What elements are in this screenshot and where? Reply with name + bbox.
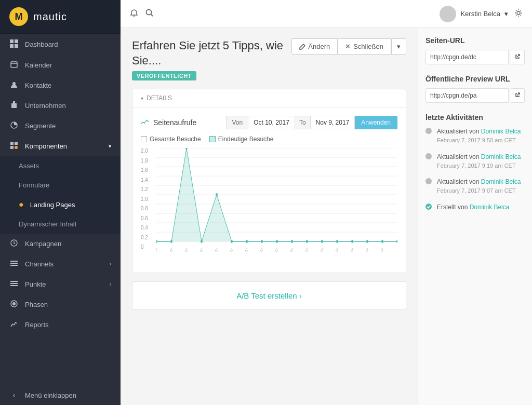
sidebar-subitem-label: Dynamischer Inhalt (19, 220, 76, 228)
activity-content-4: Erstellt von Dominik Belca (437, 203, 509, 212)
sidebar-item-label: Reports (25, 321, 49, 329)
channels-arrow-icon: › (110, 261, 111, 267)
url-field: http://cpgn.de/dc (425, 50, 525, 64)
svg-text:Oct 16, 17: Oct 16, 17 (193, 247, 204, 252)
sidebar-item-kalender[interactable]: Kalender (0, 55, 121, 75)
svg-point-59 (381, 240, 383, 243)
sidebar-item-segmente[interactable]: Segmente (0, 116, 121, 136)
details-header[interactable]: ▾ DETAILS (132, 89, 406, 107)
avatar (440, 6, 456, 22)
details-body: Seitenaufrufe Von Oct 10, 2017 To Nov 9,… (132, 107, 406, 273)
sidebar-item-punkte[interactable]: Punkte › (0, 274, 121, 294)
svg-point-28 (147, 9, 152, 15)
search-icon[interactable] (145, 9, 154, 19)
legend-total: Gesamte Besuche (141, 136, 201, 143)
activity-user-link[interactable]: Dominik Belca (481, 153, 521, 160)
list-item: Aktualisiert von Dominik Belca February … (425, 177, 525, 195)
list-item: Aktualisiert von Dominik Belca February … (425, 152, 525, 170)
preview-url-input: http://cpgn.de/pa (425, 88, 509, 103)
kampagnen-icon (9, 239, 19, 248)
legend-unique-box (209, 136, 216, 142)
topbar-right: Kerstin Belca ▾ (440, 6, 523, 22)
svg-point-53 (291, 240, 293, 243)
sidebar-item-label: Channels (25, 260, 54, 268)
svg-point-46 (185, 148, 188, 150)
svg-point-54 (306, 240, 308, 243)
expand-arrow-icon: ▾ (109, 143, 111, 149)
sidebar-item-reports[interactable]: Reports (0, 315, 121, 335)
sidebar-subitem-landing-pages[interactable]: ● Landing Pages (0, 195, 121, 214)
activity-list: Aktualisiert von Dominik Belca February … (425, 127, 525, 212)
svg-rect-14 (10, 142, 14, 145)
user-menu[interactable]: Kerstin Belca ▾ (440, 6, 508, 22)
svg-text:Nov 3, 17: Nov 3, 17 (329, 247, 339, 252)
close-button[interactable]: ✕ Schließen (338, 38, 391, 55)
activity-section: letzte Aktivitäten Aktualisiert von Domi… (425, 113, 525, 212)
preview-url-title: Öffentliche Preview URL (425, 75, 525, 83)
ab-test-bar: A/B Test erstellen › (132, 281, 406, 310)
svg-rect-12 (13, 101, 15, 103)
topbar: Kerstin Belca ▾ (121, 0, 532, 28)
svg-point-44 (156, 240, 157, 243)
chart-wrapper: 2.0 1.8 1.6 1.4 1.2 1.0 0.8 0.6 0.4 0.2 (141, 148, 397, 262)
svg-rect-3 (15, 39, 18, 43)
sidebar-nav: Dashboard Kalender Kontakte Unternehmen (0, 34, 121, 335)
apply-button[interactable]: Anwenden (355, 116, 397, 129)
svg-point-60 (396, 240, 397, 243)
chart-header: Seitenaufrufe Von Oct 10, 2017 To Nov 9,… (141, 116, 397, 129)
sidebar-item-phasen[interactable]: Phasen (0, 294, 121, 315)
sidebar-item-label: Unternehmen (25, 102, 66, 110)
sidebar-item-dashboard[interactable]: Dashboard (0, 34, 121, 55)
activity-user-link[interactable]: Dominik Belca (481, 128, 521, 135)
action-dropdown-button[interactable]: ▾ (391, 38, 406, 55)
sidebar-item-label: Kalender (25, 61, 52, 69)
svg-text:Nov 9, 17: Nov 9, 17 (374, 247, 384, 252)
gear-icon[interactable] (514, 9, 523, 19)
sidebar-item-kampagnen[interactable]: Kampagnen (0, 234, 121, 254)
activity-user-link[interactable]: Dominik Belca (470, 204, 510, 211)
svg-point-49 (231, 240, 233, 243)
svg-rect-24 (10, 285, 18, 286)
svg-text:Oct 20, 17: Oct 20, 17 (223, 247, 234, 252)
sidebar-item-kontakte[interactable]: Kontakte (0, 75, 121, 96)
date-to-label: To (295, 116, 311, 129)
sidebar-subitem-dynamischer-inhalt[interactable]: Dynamischer Inhalt (0, 214, 121, 234)
user-dropdown-icon: ▾ (504, 10, 508, 18)
svg-text:Oct 14, 17: Oct 14, 17 (178, 247, 189, 252)
sidebar-item-unternehmen[interactable]: Unternehmen (0, 96, 121, 116)
legend-total-box (141, 136, 147, 142)
sidebar-item-label: Kampagnen (25, 240, 61, 248)
chart-title: Seitenaufrufe (141, 118, 196, 127)
preview-url-open-button[interactable] (511, 88, 525, 103)
page-title: Erfahren Sie jetzt 5 Tipps, wie Sie.... (132, 38, 283, 68)
activity-time-2: February 7, 2017 9:19 am CET (437, 161, 521, 170)
content-area: Erfahren Sie jetzt 5 Tipps, wie Sie.... … (121, 28, 532, 405)
sidebar-item-label: Punkte (25, 280, 46, 288)
sidebar-item-komponenten[interactable]: Komponenten ▾ (0, 136, 121, 156)
sidebar-collapse[interactable]: ‹ Menü einklappen (0, 385, 121, 405)
phasen-icon (9, 300, 19, 309)
svg-text:Oct 18, 17: Oct 18, 17 (208, 247, 219, 252)
sidebar-item-channels[interactable]: Channels › (0, 254, 121, 274)
url-open-button[interactable] (511, 50, 525, 64)
chart-svg: Oct 10, 17 Oct 12, 17 Oct 14, 17 Oct 16,… (156, 148, 397, 252)
activity-user-link[interactable]: Dominik Belca (481, 178, 521, 185)
notification-icon[interactable] (130, 9, 138, 19)
chart-area: 2.0 1.8 1.6 1.4 1.2 1.0 0.8 0.6 0.4 0.2 (156, 148, 397, 262)
svg-rect-5 (15, 44, 18, 48)
activity-section-title: letzte Aktivitäten (425, 113, 525, 122)
details-label: DETAILS (147, 95, 172, 102)
sidebar-subitem-assets[interactable]: Assets (0, 156, 121, 176)
sidebar-subitem-formulare[interactable]: Formulare (0, 176, 121, 195)
details-arrow-icon: ▾ (141, 96, 143, 101)
status-badge: VERÖFFENTLICHT (132, 71, 196, 80)
svg-point-26 (12, 302, 16, 305)
svg-text:M: M (15, 11, 23, 22)
svg-point-45 (170, 240, 172, 243)
edit-button[interactable]: Ändern (291, 38, 338, 55)
activity-content-1: Aktualisiert von Dominik Belca February … (437, 127, 521, 145)
center-content: Erfahren Sie jetzt 5 Tipps, wie Sie.... … (121, 28, 418, 405)
ab-test-link[interactable]: A/B Test erstellen › (236, 291, 302, 300)
calendar-icon (9, 61, 19, 70)
svg-rect-11 (11, 103, 17, 108)
